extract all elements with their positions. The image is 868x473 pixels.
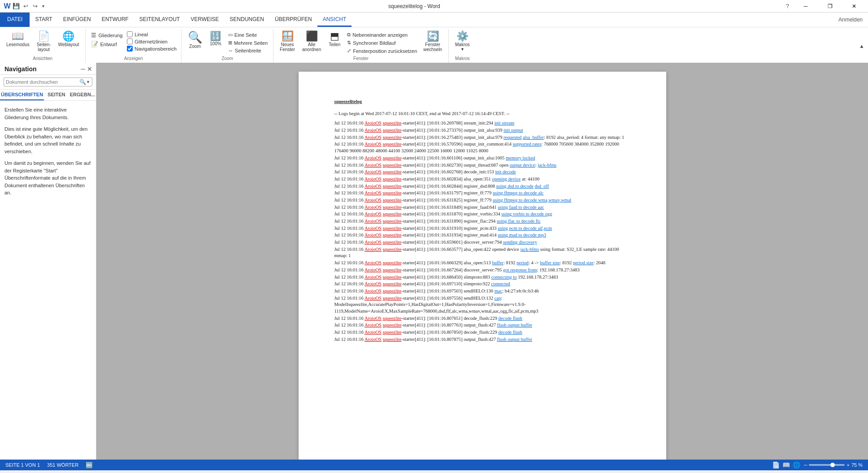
- undo-button[interactable]: ↩: [22, 2, 30, 10]
- doc-line-28: Jul 12 16:01:16 AroioOS squeezlite-start…: [334, 336, 630, 343]
- makros-button[interactable]: ⚙️ Makros ▼: [452, 30, 473, 53]
- aroioos-link-16: AroioOS: [365, 232, 382, 237]
- makros-group-label: Makros: [452, 56, 473, 62]
- neues-fenster-button[interactable]: 🪟 Neues Fenster: [277, 30, 298, 53]
- eine-seite-button[interactable]: ▭ Eine Seite: [226, 31, 269, 39]
- zoom-100-button[interactable]: 🔢 100%: [207, 30, 225, 47]
- decode-flush-link-1: decode flush: [498, 316, 522, 321]
- opening-device-link: opening device: [492, 176, 521, 181]
- squeezlite-link-21: squeezlite: [382, 275, 401, 280]
- search-icon[interactable]: 🔍: [79, 79, 86, 85]
- quick-access-dropdown[interactable]: ▼: [41, 4, 45, 9]
- zoom-button[interactable]: 🔍 Zoom: [185, 30, 205, 50]
- aroioos-link-25: AroioOS: [365, 316, 382, 321]
- doc-line-1: Jul 12 16:01:16 AroioOS squeezlite-start…: [334, 120, 630, 127]
- tab-sendungen[interactable]: SENDUNGEN: [224, 13, 269, 27]
- weblayout-label: Weblayout: [58, 42, 79, 47]
- seitenlayout-button[interactable]: 📄 Seiten- layout: [34, 30, 54, 53]
- cap-link: cap: [495, 296, 501, 301]
- seitenlayout-label: Seiten- layout: [37, 42, 51, 52]
- fenster-group-label: Fenster: [277, 56, 445, 62]
- zoom-minus-button[interactable]: ─: [804, 462, 807, 468]
- zoom-plus-button[interactable]: +: [846, 462, 849, 468]
- gitternetz-checkbox-row[interactable]: Gitternetzlinien: [126, 38, 178, 45]
- init-decode-link: init decode: [495, 169, 516, 174]
- lineal-checkbox[interactable]: [127, 31, 133, 37]
- minimize-button[interactable]: ─: [795, 0, 816, 13]
- redo-button[interactable]: ↪: [31, 2, 39, 10]
- nav-checkbox-row[interactable]: Navigationsbereich: [126, 45, 178, 52]
- period-size-link: period size: [573, 260, 594, 265]
- tab-ueberpruefen[interactable]: ÜBERPRÜFEN: [269, 13, 317, 27]
- nav-tab-ergebn[interactable]: ERGEBN...: [69, 90, 96, 100]
- search-dropdown-icon[interactable]: ▼: [86, 80, 90, 84]
- print-view-icon[interactable]: 📄: [772, 461, 780, 469]
- nav-panel-title: Navigation: [4, 65, 37, 73]
- tab-datei[interactable]: DATEI: [0, 13, 30, 27]
- tab-einfuegen[interactable]: EINFÜGEN: [58, 13, 96, 27]
- zoom-level-display[interactable]: 75 %: [851, 462, 863, 468]
- connected-link: connected: [491, 281, 510, 286]
- got-response-link: got response from: [503, 267, 537, 272]
- teilen-button[interactable]: ⬒ Teilen: [326, 30, 343, 48]
- anmelden-button[interactable]: Anmelden: [833, 17, 868, 23]
- synchroner-bildlauf-button[interactable]: ⇅ Synchroner Bildlauf: [345, 39, 419, 47]
- read-view-icon[interactable]: 📖: [782, 461, 790, 469]
- lang-icon: 🔤: [86, 462, 93, 469]
- tab-ansicht[interactable]: ANSICHT: [317, 13, 352, 27]
- lesemodus-button[interactable]: 📖 Lesemodus: [4, 30, 32, 48]
- memory-locked-link: memory locked: [506, 155, 535, 160]
- restore-button[interactable]: ❐: [820, 0, 840, 13]
- doc-line-12: Jul 12 16:01:16 AroioOS squeezlite-start…: [334, 204, 630, 211]
- anzeigen-group-label: Anzeigen: [89, 56, 177, 62]
- ribbon-collapse-button[interactable]: ▲: [859, 43, 864, 49]
- tab-start[interactable]: START: [30, 13, 57, 27]
- nav-pin-button[interactable]: ─: [81, 65, 85, 73]
- fensterposition-button[interactable]: ⤢ Fensterposition zurücksetzen: [345, 47, 419, 55]
- aroioos-link-28: AroioOS: [365, 337, 382, 342]
- nav-checkbox-label: Navigationsbereich: [135, 46, 177, 52]
- aroioos-link-1: AroioOS: [365, 120, 382, 125]
- lineal-checkbox-row[interactable]: Lineal: [126, 31, 178, 38]
- nav-search-box[interactable]: 🔍 ▼: [4, 77, 92, 86]
- close-button[interactable]: ✕: [844, 0, 864, 13]
- entwurf-view-button[interactable]: 📝 Entwurf: [89, 40, 124, 48]
- tab-seitenlayout[interactable]: SEITENLAYOUT: [134, 13, 185, 27]
- gitternetz-checkbox[interactable]: [127, 39, 133, 44]
- doc-line-9: Jul 12 16:01:16 AroioOS squeezlite-start…: [334, 183, 630, 190]
- seitenbreite-button[interactable]: ↔ Seitenbreite: [226, 47, 269, 54]
- tab-entwurf[interactable]: ENTWURF: [96, 13, 134, 27]
- page-info: SEITE 1 VON 1: [5, 462, 40, 468]
- nebeneinander-button[interactable]: ⧉ Nebeneinander anzeigen: [345, 31, 419, 39]
- doc-line-22: Jul 12 16:01:16 AroioOS squeezlite-start…: [334, 281, 630, 288]
- document-page[interactable]: squeezelitelog -- Logs begin at Wed 2017…: [299, 72, 666, 460]
- aroioos-link-22: AroioOS: [365, 281, 382, 286]
- eine-seite-label: Eine Seite: [234, 32, 257, 38]
- nav-close-button[interactable]: ✕: [87, 65, 92, 73]
- nav-checkbox[interactable]: [127, 46, 133, 52]
- weblayout-button[interactable]: 🌐 Weblayout: [55, 30, 82, 48]
- doc-title: squeezelitelog: [334, 99, 362, 105]
- gliederung-button[interactable]: ☰ Gliederung: [89, 31, 124, 39]
- ansichten-group-label: Ansichten: [4, 56, 82, 62]
- tab-verweise[interactable]: VERWEISE: [185, 13, 224, 27]
- nav-tab-ueberschriften[interactable]: ÜBERSCHRIFTEN: [0, 90, 44, 100]
- makros-icon: ⚙️: [456, 31, 469, 41]
- web-view-icon[interactable]: 🌐: [793, 461, 800, 469]
- document-area[interactable]: squeezelitelog -- Logs begin at Wed 2017…: [96, 63, 868, 460]
- zoom-slider[interactable]: [809, 464, 845, 466]
- seitenbreite-icon: ↔: [228, 48, 233, 53]
- doc-line-27: Jul 12 16:01:16 AroioOS squeezlite-start…: [334, 329, 630, 336]
- aroioos-link-10: AroioOS: [365, 190, 382, 195]
- aroioos-link-8: AroioOS: [365, 176, 382, 181]
- mehrere-seiten-button[interactable]: ⊞ Mehrere Seiten: [226, 39, 269, 47]
- doc-line-6: Jul 12 16:01:16 AroioOS squeezlite-start…: [334, 162, 630, 169]
- fenster-wechseln-button[interactable]: 🔄 Fenster wechseln: [421, 30, 445, 53]
- nav-search-input[interactable]: [6, 79, 79, 85]
- squeezlite-link-26: squeezlite: [382, 322, 401, 327]
- nav-tab-seiten[interactable]: SEITEN: [44, 90, 69, 100]
- save-icon[interactable]: 💾: [13, 3, 20, 10]
- help-button[interactable]: ?: [783, 3, 792, 9]
- alle-anordnen-button[interactable]: ⬛ Alle anordnen: [299, 30, 324, 53]
- squeezlite-link-8: squeezlite: [382, 176, 401, 181]
